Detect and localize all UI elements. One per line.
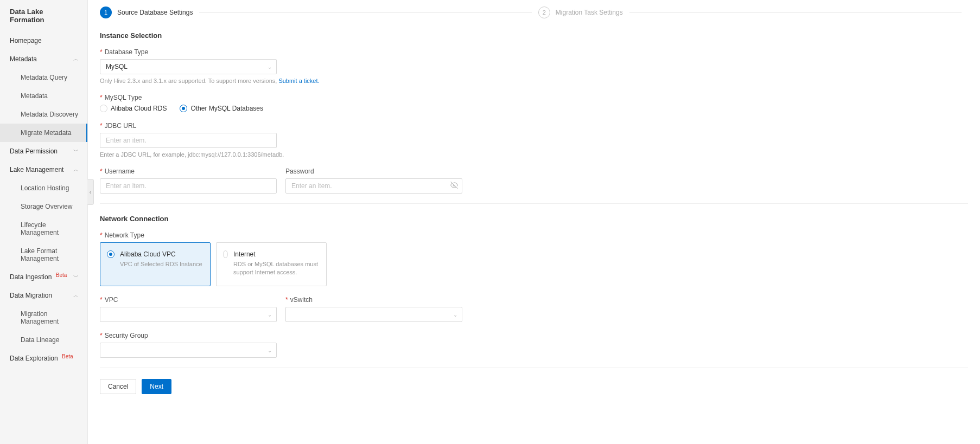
sidebar-item-metadata-sub[interactable]: Metadata — [0, 87, 87, 105]
card-title: Internet — [233, 250, 320, 258]
radio-other-mysql[interactable]: Other MySQL Databases — [180, 105, 263, 112]
sidebar-item-metadata[interactable]: Metadata ︿ — [0, 50, 87, 68]
sidebar-collapse-handle[interactable]: ‹ — [87, 179, 94, 205]
sidebar-item-location-hosting[interactable]: Location Hosting — [0, 179, 87, 197]
radio-alibaba-rds[interactable]: Alibaba Cloud RDS — [100, 105, 167, 112]
chevron-down-icon: ﹀ — [73, 273, 79, 281]
radio-icon — [223, 250, 228, 258]
section-divider — [100, 368, 968, 368]
sidebar-item-label: Data Ingestion — [10, 273, 52, 281]
step-number: 2 — [538, 7, 550, 18]
label-password: Password — [285, 168, 462, 175]
step-source-db[interactable]: 1 Source Database Settings — [100, 7, 193, 18]
sidebar-item-label: Data Migration — [10, 292, 52, 299]
label-db-type: Database Type — [100, 48, 968, 56]
sidebar-item-data-migration[interactable]: Data Migration ︿ — [0, 286, 87, 305]
section-divider — [100, 203, 968, 204]
select-value: MySQL — [106, 63, 128, 70]
select-vpc[interactable]: ⌄ — [100, 307, 277, 322]
card-desc: RDS or MySQL databases must support Inte… — [233, 260, 320, 277]
label-username: Username — [100, 168, 277, 175]
sidebar-item-label: Metadata — [10, 55, 37, 63]
sidebar-item-label: Migrate Metadata — [21, 129, 71, 137]
chevron-down-icon: ⌄ — [268, 311, 272, 317]
step-divider — [629, 12, 962, 13]
input-jdbc-url-wrap — [100, 133, 277, 148]
label-network-type: Network Type — [100, 231, 968, 239]
select-security-group[interactable]: ⌄ — [100, 343, 277, 358]
sidebar-item-label: Data Exploration — [10, 355, 58, 362]
sidebar-item-label: Data Permission — [10, 147, 58, 155]
input-username[interactable] — [106, 182, 261, 190]
chevron-down-icon: ⌄ — [453, 311, 457, 317]
next-button[interactable]: Next — [142, 379, 171, 394]
main-content: 1 Source Database Settings 2 Migration T… — [88, 0, 980, 444]
sidebar-item-label: Location Hosting — [21, 184, 69, 192]
radio-icon — [107, 250, 114, 258]
sidebar-item-label: Lifecycle Management — [21, 221, 79, 236]
help-db-type: Only Hive 2.3.x and 3.1.x are supported.… — [100, 78, 968, 84]
link-submit-ticket[interactable]: Submit a ticket. — [278, 78, 319, 84]
eye-off-icon[interactable] — [450, 182, 458, 191]
select-db-type[interactable]: MySQL ⌄ — [100, 59, 277, 74]
sidebar-item-label: Metadata — [21, 92, 48, 100]
sidebar-item-data-permission[interactable]: Data Permission ﹀ — [0, 142, 87, 160]
radio-icon — [100, 105, 107, 112]
chevron-left-icon: ‹ — [90, 189, 91, 195]
radio-label: Other MySQL Databases — [190, 105, 263, 112]
sidebar-item-storage-overview[interactable]: Storage Overview — [0, 197, 87, 216]
input-jdbc-url[interactable] — [106, 137, 261, 144]
card-option-vpc[interactable]: Alibaba Cloud VPC VPC of Selected RDS In… — [100, 242, 211, 286]
card-desc: VPC of Selected RDS Instance — [120, 260, 202, 268]
sidebar-item-lake-format-management[interactable]: Lake Format Management — [0, 242, 87, 268]
chevron-up-icon: ︿ — [73, 166, 79, 173]
label-jdbc-url: JDBC URL — [100, 122, 968, 130]
sidebar-item-label: Data Lineage — [21, 336, 59, 344]
chevron-down-icon: ⌄ — [268, 347, 272, 353]
input-username-wrap — [100, 178, 277, 194]
sidebar: Data Lake Formation Homepage Metadata ︿ … — [0, 0, 88, 444]
sidebar-item-label: Homepage — [10, 37, 42, 44]
card-option-internet[interactable]: Internet RDS or MySQL databases must sup… — [216, 242, 327, 286]
step-label: Migration Task Settings — [556, 9, 623, 16]
sidebar-item-label: Migration Management — [21, 310, 79, 325]
sidebar-item-label: Lake Management — [10, 166, 63, 173]
sidebar-item-label: Lake Format Management — [21, 247, 79, 262]
sidebar-item-lifecycle-management[interactable]: Lifecycle Management — [0, 216, 87, 242]
help-jdbc: Enter a JDBC URL, for example, jdbc:mysq… — [100, 151, 968, 158]
label-vpc: VPC — [100, 296, 277, 304]
cancel-button[interactable]: Cancel — [100, 379, 136, 394]
section-title-network: Network Connection — [100, 215, 968, 223]
step-migration-task[interactable]: 2 Migration Task Settings — [538, 7, 623, 18]
step-divider — [199, 12, 531, 13]
input-password[interactable] — [291, 182, 447, 190]
sidebar-item-data-ingestion[interactable]: Data Ingestion Beta ﹀ — [0, 268, 87, 286]
card-title: Alibaba Cloud VPC — [120, 250, 202, 258]
radio-icon — [180, 105, 187, 112]
beta-badge: Beta — [56, 272, 67, 278]
sidebar-item-label: Storage Overview — [21, 203, 72, 210]
sidebar-item-label: Metadata Discovery — [21, 111, 78, 118]
sidebar-item-data-exploration[interactable]: Data Exploration Beta — [0, 349, 87, 368]
sidebar-item-data-lineage[interactable]: Data Lineage — [0, 331, 87, 349]
radio-label: Alibaba Cloud RDS — [111, 105, 167, 112]
sidebar-item-migrate-metadata[interactable]: Migrate Metadata — [0, 124, 87, 142]
label-vswitch: vSwitch — [285, 296, 462, 304]
step-label: Source Database Settings — [117, 9, 193, 16]
beta-badge: Beta — [62, 353, 73, 359]
chevron-down-icon: ⌄ — [268, 64, 272, 70]
sidebar-item-label: Metadata Query — [21, 74, 67, 81]
sidebar-item-migration-management[interactable]: Migration Management — [0, 305, 87, 331]
chevron-down-icon: ﹀ — [73, 147, 79, 155]
step-number: 1 — [100, 7, 112, 18]
sidebar-item-lake-management[interactable]: Lake Management ︿ — [0, 160, 87, 179]
label-security-group: Security Group — [100, 332, 968, 339]
sidebar-item-homepage[interactable]: Homepage — [0, 31, 87, 50]
input-password-wrap — [285, 178, 462, 194]
sidebar-item-metadata-discovery[interactable]: Metadata Discovery — [0, 105, 87, 124]
select-vswitch[interactable]: ⌄ — [285, 307, 462, 322]
chevron-up-icon: ︿ — [73, 55, 79, 63]
sidebar-item-metadata-query[interactable]: Metadata Query — [0, 68, 87, 87]
sidebar-title: Data Lake Formation — [0, 0, 87, 31]
label-mysql-type: MySQL Type — [100, 94, 968, 101]
